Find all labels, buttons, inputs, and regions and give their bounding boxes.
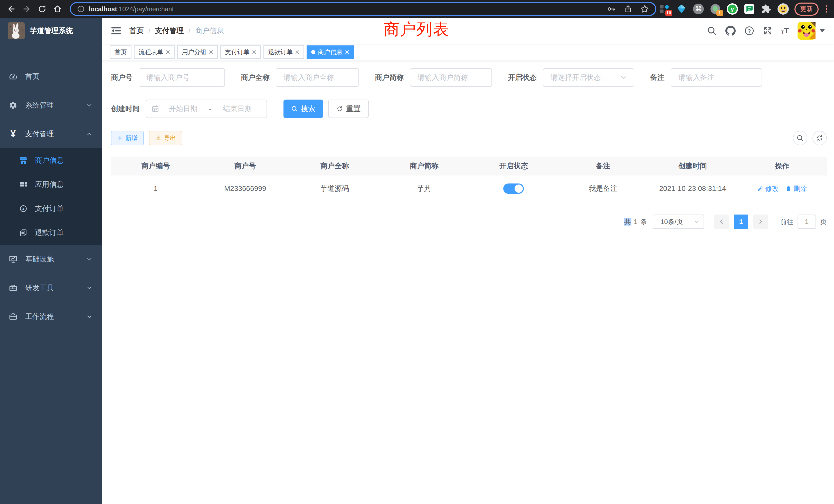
- font-size-icon[interactable]: TT: [781, 27, 789, 35]
- delete-link[interactable]: 删除: [786, 184, 807, 193]
- browser-reload-icon[interactable]: [36, 3, 48, 15]
- export-button[interactable]: 导出: [149, 131, 182, 145]
- merchant-no-label: 商户号: [111, 73, 132, 83]
- sidebar-item-home[interactable]: 首页: [0, 62, 102, 91]
- fullscreen-icon[interactable]: [763, 26, 773, 36]
- sidebar-item-pay[interactable]: ¥ 支付管理: [0, 120, 102, 148]
- site-info-icon[interactable]: [77, 5, 85, 13]
- close-icon[interactable]: [345, 50, 349, 54]
- extension-chat-icon[interactable]: [744, 3, 755, 15]
- short-name-input[interactable]: 请输入商户简称: [410, 68, 492, 87]
- tags-view: 首页 流程表单 用户分组 支付订单 退款订单 商户信息: [102, 44, 834, 61]
- create-time-range-picker[interactable]: 开始日期 - 结束日期: [146, 99, 267, 118]
- browser-back-icon[interactable]: [5, 3, 18, 15]
- sidebar-item-pay-order[interactable]: ¥ 支付订单: [0, 197, 102, 221]
- main-content: 商户号 请输入商户号 商户全称 请输入商户全称 商户简称 请输入商户简称 开启状…: [102, 61, 834, 504]
- browser-menu-icon[interactable]: [824, 5, 829, 13]
- edit-link[interactable]: 修改: [757, 184, 779, 193]
- page-size-select[interactable]: 10条/页: [653, 214, 704, 229]
- extensions-puzzle-icon[interactable]: [761, 3, 772, 15]
- extension-command-icon[interactable]: ⌘: [693, 3, 704, 15]
- sidebar-item-label: 退款订单: [35, 228, 64, 238]
- goto-page-input[interactable]: 1: [797, 214, 816, 229]
- full-name-input[interactable]: 请输入商户全称: [276, 68, 359, 87]
- add-button[interactable]: 新增: [111, 131, 144, 145]
- close-icon[interactable]: [209, 50, 213, 54]
- extension-gem-icon[interactable]: [676, 3, 687, 15]
- password-key-icon[interactable]: [607, 5, 616, 13]
- cell-remark: 我是备注: [558, 184, 648, 193]
- toolbox-icon: [9, 283, 18, 292]
- sidebar-collapse-icon[interactable]: [111, 26, 121, 36]
- extension-session-icon[interactable]: 1: [710, 3, 721, 15]
- help-icon[interactable]: ?: [744, 26, 754, 36]
- tab-refund-order[interactable]: 退款订单: [263, 45, 304, 59]
- sidebar-item-app-info[interactable]: 应用信息: [0, 173, 102, 197]
- tab-process-form[interactable]: 流程表单: [134, 45, 175, 59]
- breadcrumb-pay[interactable]: 支付管理: [155, 26, 184, 36]
- browser-update-button[interactable]: 更新: [794, 3, 818, 16]
- tab-merchant-info[interactable]: 商户信息: [307, 45, 354, 59]
- chevron-down-icon: [86, 102, 92, 108]
- command-glyph: ⌘: [693, 4, 704, 14]
- status-select[interactable]: 请选择开启状态: [543, 68, 634, 87]
- remark-input[interactable]: 请输入备注: [671, 68, 762, 87]
- sidebar-item-refund-order[interactable]: 退款订单: [0, 221, 102, 245]
- sidebar-item-label: 研发工具: [25, 283, 54, 293]
- cell-status: [469, 183, 558, 194]
- url-text[interactable]: localhost:1024/pay/merchant: [89, 5, 174, 13]
- search-button[interactable]: 搜索: [284, 99, 323, 118]
- close-icon[interactable]: [252, 50, 256, 54]
- browser-home-icon[interactable]: [51, 3, 64, 15]
- active-tab-dot: [311, 50, 315, 54]
- page-number-button[interactable]: 1: [734, 214, 748, 229]
- status-toggle[interactable]: [503, 183, 524, 194]
- sidebar-item-label: 支付订单: [35, 204, 64, 213]
- refresh-table-button[interactable]: [812, 131, 827, 145]
- sidebar-item-system[interactable]: 系统管理: [0, 91, 102, 120]
- sidebar-logo[interactable]: 芋道管理系统: [0, 18, 102, 44]
- tab-pay-order[interactable]: 支付订单: [220, 45, 261, 59]
- tab-user-group[interactable]: 用户分组: [177, 45, 218, 59]
- cell-create-time: 2021-10-23 08:31:14: [648, 184, 738, 193]
- merchant-no-input[interactable]: 请输入商户号: [139, 68, 225, 87]
- avatar-caret-icon[interactable]: [820, 29, 825, 32]
- url-bar[interactable]: localhost:1024/pay/merchant: [70, 2, 656, 16]
- status-label: 开启状态: [508, 73, 537, 83]
- yen-circle-icon: ¥: [20, 205, 27, 212]
- yen-icon: ¥: [9, 130, 18, 138]
- merchant-table: 商户编号 商户号 商户全称 商户简称 开启状态 备注 创建时间 操作 1 M23…: [111, 157, 827, 202]
- plus-icon: [117, 135, 123, 141]
- browser-profile-avatar[interactable]: [777, 3, 789, 15]
- trash-icon: [786, 186, 792, 192]
- show-search-button[interactable]: [793, 131, 807, 145]
- breadcrumb-separator: /: [148, 27, 151, 35]
- user-avatar[interactable]: [797, 22, 815, 40]
- extension-tiles-icon[interactable]: 10: [659, 3, 670, 15]
- sidebar-item-label: 系统管理: [25, 100, 54, 110]
- dashboard-icon: [9, 72, 18, 81]
- remark-label: 备注: [650, 73, 664, 83]
- next-page-button[interactable]: [753, 214, 768, 229]
- tab-home[interactable]: 首页: [110, 45, 131, 59]
- sidebar-item-label: 支付管理: [25, 129, 54, 139]
- sidebar-item-workflow[interactable]: 工作流程: [0, 302, 102, 331]
- sidebar-item-merchant-info[interactable]: 商户信息: [0, 148, 102, 173]
- bookmark-star-icon[interactable]: [640, 5, 649, 13]
- store-icon: [20, 157, 27, 164]
- close-icon[interactable]: [295, 50, 300, 54]
- top-navbar: 首页 / 支付管理 / 商户信息 ? TT: [102, 18, 834, 44]
- github-icon[interactable]: [725, 26, 736, 36]
- extension-y-icon[interactable]: y: [727, 3, 738, 15]
- reset-button[interactable]: 重置: [328, 99, 369, 118]
- share-icon[interactable]: [624, 5, 632, 13]
- sidebar-item-infra[interactable]: 基础设施: [0, 245, 102, 274]
- search-icon[interactable]: [707, 26, 717, 36]
- prev-page-button[interactable]: [714, 214, 729, 229]
- breadcrumb-home[interactable]: 首页: [129, 26, 144, 36]
- cell-short-name: 芋艿: [379, 184, 469, 193]
- browser-forward-icon[interactable]: [21, 3, 33, 15]
- close-icon[interactable]: [166, 50, 170, 54]
- sidebar-item-dev-tools[interactable]: 研发工具: [0, 274, 102, 302]
- app-title: 芋道管理系统: [30, 26, 73, 36]
